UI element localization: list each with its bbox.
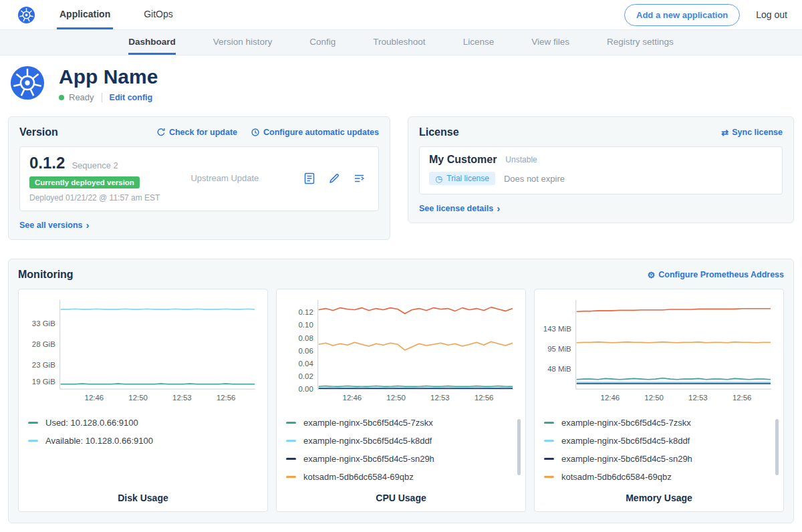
svg-text:23 GiB: 23 GiB	[32, 361, 55, 369]
release-notes-icon[interactable]	[303, 172, 316, 185]
see-license-details-label: See license details	[419, 204, 493, 213]
configure-automatic-updates-link[interactable]: Configure automatic updates	[251, 128, 379, 137]
series-color-swatch	[286, 440, 296, 442]
svg-text:0.04: 0.04	[299, 360, 314, 368]
subnav-tab-label: Config	[309, 37, 336, 47]
memory-usage-legend: example-nginx-5bc6f5d4c5-7zskx example-n…	[543, 414, 775, 486]
series-color-swatch	[286, 422, 296, 424]
svg-text:0.10: 0.10	[299, 321, 313, 329]
legend-item: kotsadm-5db6dc6584-69qbz	[543, 468, 775, 486]
tab-gitops[interactable]: GitOps	[141, 0, 176, 29]
current-version-info: 0.1.2 Sequence 2 Currently deployed vers…	[29, 154, 160, 203]
series-color-swatch	[544, 458, 554, 460]
legend-item: kotsadm-5db6dc6584-69qbz	[285, 468, 517, 486]
cpu-usage-legend: example-nginx-5bc6f5d4c5-7zskx example-n…	[285, 414, 517, 486]
series-label: example-nginx-5bc6f5d4c5-7zskx	[561, 418, 691, 428]
upstream-update-label: Upstream Update	[190, 173, 259, 183]
sync-license-link[interactable]: ⇄ Sync license	[721, 128, 783, 137]
kubernetes-logo-icon[interactable]	[17, 0, 35, 29]
disk-usage-legend: Used: 10.128.0.66:9100 Available: 10.128…	[27, 414, 259, 450]
series-label: kotsadm-5db6dc6584-69qbz	[303, 472, 414, 482]
page-title: App Name	[59, 65, 158, 88]
svg-text:12:46: 12:46	[343, 394, 362, 402]
subnav-tab-version-history[interactable]: Version history	[213, 30, 273, 55]
app-logo-icon	[9, 65, 45, 103]
chevron-right-icon: ›	[86, 221, 90, 230]
disk-usage-chart-box: 33 GiB28 GiB23 GiB19 GiB12:4612:5012:531…	[18, 289, 268, 512]
topnav-spacer	[204, 0, 624, 29]
deployed-timestamp: Deployed 01/21/22 @ 11:57 am EST	[29, 193, 160, 203]
add-application-button[interactable]: Add a new application	[624, 4, 740, 26]
license-type-label: Trial license	[446, 174, 489, 183]
clock-refresh-icon	[251, 128, 260, 137]
license-card: License ⇄ Sync license My Customer Unsta…	[408, 116, 794, 223]
subnav-tab-config[interactable]: Config	[309, 30, 336, 55]
svg-text:143 MiB: 143 MiB	[543, 325, 571, 333]
see-all-versions-label: See all versions	[19, 221, 83, 230]
series-label: example-nginx-5bc6f5d4c5-k8ddf	[303, 436, 432, 446]
svg-text:12:50: 12:50	[128, 394, 148, 402]
app-header: App Name Ready Edit config	[0, 55, 802, 114]
status-dot-icon	[59, 95, 64, 100]
subnav-tab-label: Registry settings	[607, 37, 674, 47]
legend-item: example-nginx-5bc6f5d4c5-sn29h	[543, 450, 775, 468]
memory-usage-chart: 143 MiB95 MiB48 MiB12:4612:5012:5312:56	[543, 297, 775, 408]
gear-icon: ⚙	[648, 271, 656, 279]
svg-text:12:53: 12:53	[430, 394, 450, 402]
series-label: kotsadm-5db6dc6584-69qbz	[561, 472, 672, 482]
license-card-title: License	[419, 126, 459, 138]
sequence-label: Sequence 2	[72, 160, 118, 170]
subnav-tab-troubleshoot[interactable]: Troubleshoot	[373, 30, 425, 55]
see-all-versions-link[interactable]: See all versions ›	[19, 221, 90, 230]
see-license-details-link[interactable]: See license details ›	[419, 204, 500, 213]
subnav-tab-view-files[interactable]: View files	[531, 30, 569, 55]
series-label: Available: 10.128.0.66:9100	[45, 436, 153, 446]
legend-item: example-nginx-5bc6f5d4c5-sn29h	[285, 450, 517, 468]
svg-text:12:50: 12:50	[386, 394, 406, 402]
check-for-update-link[interactable]: Check for update	[156, 128, 237, 137]
svg-text:95 MiB: 95 MiB	[547, 345, 571, 353]
channel-label: Unstable	[505, 155, 537, 164]
svg-text:12:56: 12:56	[732, 394, 752, 402]
version-action-icons	[303, 172, 366, 185]
chart-title: Memory Usage	[543, 489, 775, 506]
legend-scrollbar[interactable]	[775, 419, 779, 475]
svg-text:12:46: 12:46	[601, 394, 620, 402]
subnav-tab-license[interactable]: License	[463, 30, 495, 55]
cpu-usage-chart-box: 0.120.100.080.060.040.020.0012:4612:5012…	[276, 289, 526, 512]
svg-text:33 GiB: 33 GiB	[32, 319, 55, 327]
configure-prometheus-label: Configure Prometheus Address	[658, 270, 784, 279]
monitoring-title: Monitoring	[18, 269, 74, 281]
configure-automatic-updates-label: Configure automatic updates	[263, 128, 379, 137]
series-label: example-nginx-5bc6f5d4c5-sn29h	[303, 454, 434, 464]
legend-item: example-nginx-5bc6f5d4c5-7zskx	[543, 414, 775, 432]
current-version-box: 0.1.2 Sequence 2 Currently deployed vers…	[19, 146, 379, 211]
charts-row: 33 GiB28 GiB23 GiB19 GiB12:4612:5012:531…	[18, 289, 784, 512]
app-sub-nav: Dashboard Version history Config Trouble…	[0, 30, 802, 55]
version-number: 0.1.2	[29, 154, 65, 172]
clock-icon: ◷	[435, 174, 442, 183]
svg-text:0.02: 0.02	[299, 372, 313, 380]
svg-text:12:53: 12:53	[172, 394, 192, 402]
series-label: example-nginx-5bc6f5d4c5-sn29h	[561, 454, 692, 464]
tab-application[interactable]: Application	[57, 0, 113, 29]
subnav-tab-dashboard[interactable]: Dashboard	[128, 30, 176, 55]
edit-config-icon[interactable]	[327, 172, 341, 185]
refresh-icon	[156, 128, 166, 137]
subnav-tab-registry-settings[interactable]: Registry settings	[607, 30, 674, 55]
subnav-tab-label: Dashboard	[128, 37, 176, 47]
deployed-badge: Currently deployed version	[29, 176, 140, 188]
legend-item: Used: 10.128.0.66:9100	[27, 414, 259, 432]
configure-prometheus-link[interactable]: ⚙ Configure Prometheus Address	[648, 270, 784, 279]
subnav-tab-label: View files	[531, 37, 569, 47]
svg-text:12:50: 12:50	[644, 394, 664, 402]
svg-text:19 GiB: 19 GiB	[32, 378, 55, 386]
series-color-swatch	[28, 440, 38, 442]
edit-config-link[interactable]: Edit config	[110, 93, 153, 102]
logout-link[interactable]: Log out	[756, 0, 787, 29]
legend-scrollbar[interactable]	[517, 419, 521, 475]
deploy-logs-icon[interactable]	[352, 172, 366, 185]
series-color-swatch	[286, 476, 296, 478]
svg-text:12:53: 12:53	[688, 394, 708, 402]
chevron-right-icon: ›	[497, 204, 500, 213]
